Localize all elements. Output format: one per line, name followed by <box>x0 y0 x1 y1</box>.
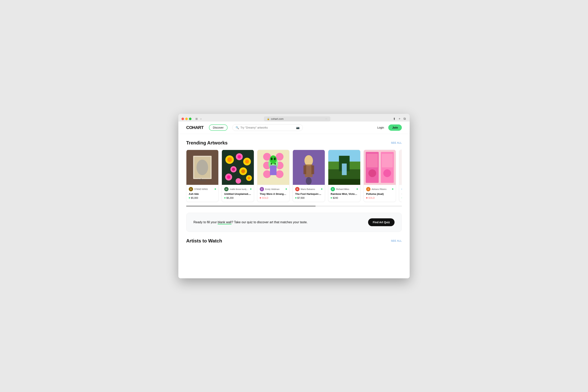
quiz-text: Ready to fill your blank wall? Take our … <box>194 220 308 224</box>
find-art-quiz-button[interactable]: Find Art Quiz <box>368 218 394 226</box>
artist-row: S STAND WING <box>189 187 216 191</box>
artist-name: Emily Veldman <box>265 188 284 190</box>
svg-rect-42 <box>312 166 314 174</box>
price-text: SOLD <box>368 196 375 199</box>
browser-top-bar: ⊞ ‹ 🔒 cohart.com ··· ⬆ + ⧉ <box>182 116 406 122</box>
login-button[interactable]: Login <box>375 125 386 130</box>
artwork-price: $7,500 <box>295 196 322 199</box>
artwork-card[interactable]: R Richard Miles Rainbow Mist, Victori...… <box>328 150 360 202</box>
artist-avatar: S <box>189 187 193 191</box>
lock-icon: 🔒 <box>267 118 270 120</box>
browser-window: ⊞ ‹ 🔒 cohart.com ··· ⬆ + ⧉ COHART Discov… <box>178 114 410 278</box>
svg-point-31 <box>270 155 277 164</box>
artist-avatar: A <box>366 187 370 191</box>
artwork-image <box>328 150 360 185</box>
address-bar-container: 🔒 cohart.com ··· <box>204 116 390 121</box>
artist-row: R Richard Miles <box>331 187 358 191</box>
svg-point-33 <box>274 158 276 160</box>
artwork-image <box>186 150 218 185</box>
search-bar[interactable]: 🔍 📷 <box>232 124 303 131</box>
svg-point-22 <box>236 178 241 184</box>
discover-button[interactable]: Discover <box>209 124 227 131</box>
share-button[interactable]: ⬆ <box>392 116 396 122</box>
svg-rect-53 <box>367 154 378 167</box>
artwork-card[interactable]: m maliki ibnoe kuntjor... Beautiful to l… <box>399 150 402 202</box>
back-button[interactable]: ‹ <box>200 117 202 121</box>
artist-row: E Emily Veldman <box>260 187 287 191</box>
artwork-price: $5,000 <box>189 196 216 199</box>
fullscreen-button[interactable] <box>189 118 192 120</box>
cohart-logo: COHART <box>186 125 204 130</box>
join-button[interactable]: Join <box>388 124 402 131</box>
address-bar[interactable]: 🔒 cohart.com ··· <box>264 116 330 121</box>
artist-row: M Mario Balsamo <box>295 187 322 191</box>
close-button[interactable] <box>182 118 184 120</box>
main-content: Trending Artworks SEE ALL S <box>178 134 410 254</box>
price-dot <box>402 197 402 198</box>
artwork-info: E Emily Veldman They Were A Strange... S… <box>257 185 289 202</box>
artwork-title: Polluma (dual) <box>366 192 393 196</box>
svg-point-55 <box>368 169 376 177</box>
artwork-card[interactable]: E Emily Veldman They Were A Strange... S… <box>257 150 290 202</box>
svg-point-15 <box>232 168 235 171</box>
artwork-image <box>222 150 254 185</box>
svg-point-9 <box>227 157 232 162</box>
verified-dot <box>286 188 287 190</box>
quiz-banner: Ready to fill your blank wall? Take our … <box>186 213 402 232</box>
url-text: cohart.com <box>271 118 284 120</box>
artwork-image <box>364 150 396 185</box>
artwork-card[interactable]: m maliki ibnoe kuntjor... Untitled Unxpl… <box>222 150 254 202</box>
verified-dot <box>392 188 393 190</box>
trending-see-all[interactable]: SEE ALL <box>391 141 402 144</box>
artwork-title: Untitled Unxplained.... <box>224 192 252 196</box>
svg-rect-57 <box>399 150 402 185</box>
price-dot <box>189 197 190 198</box>
page-content: COHART Discover 🔍 📷 Login Join Trending … <box>178 122 410 278</box>
artwork-card[interactable]: M Mario Balsamo The Fool Harlequin-... $… <box>293 150 325 202</box>
artworks-grid[interactable]: S STAND WING Ash tide $5,000 <box>186 150 402 204</box>
quiz-underline-text: blank wall <box>218 220 232 224</box>
camera-icon[interactable]: 📷 <box>296 126 300 129</box>
artwork-info: S STAND WING Ash tide $5,000 <box>186 185 218 202</box>
artworks-scroll: S STAND WING Ash tide $5,000 <box>186 150 402 206</box>
artwork-title: They Were A Strange... <box>260 192 287 196</box>
svg-point-28 <box>263 170 271 178</box>
traffic-lights <box>182 118 192 120</box>
search-input[interactable] <box>240 126 294 129</box>
price-text: SOLD <box>262 196 268 199</box>
artist-row: m maliki ibnoe kuntjor... <box>224 187 252 191</box>
more-options-icon[interactable]: ··· <box>325 118 327 120</box>
price-text: $6,200 <box>226 196 234 199</box>
artwork-image <box>293 150 325 185</box>
svg-point-43 <box>306 177 312 185</box>
artist-row: m maliki ibnoe kuntjor... <box>402 187 402 191</box>
artwork-card[interactable]: S STAND WING Ash tide $5,000 <box>186 150 218 202</box>
sidebar-toggle[interactable]: ⊞ <box>195 117 198 121</box>
verified-dot <box>356 188 358 190</box>
artists-see-all[interactable]: SEE ALL <box>391 239 402 242</box>
artwork-card[interactable]: A Adriano Ribeiro Polluma (dual) SOLD <box>364 150 396 202</box>
navbar: COHART Discover 🔍 📷 Login Join <box>178 122 410 134</box>
svg-point-17 <box>241 169 245 173</box>
artist-avatar: m <box>224 187 228 191</box>
artwork-title: Ash tide <box>189 192 216 196</box>
artwork-info: A Adriano Ribeiro Polluma (dual) SOLD <box>364 185 396 202</box>
browser-controls: ⊞ ‹ <box>195 117 202 121</box>
new-tab-button[interactable]: + <box>398 116 401 121</box>
sold-dot <box>366 197 368 198</box>
tab-overview-button[interactable]: ⧉ <box>403 116 406 121</box>
artists-section: Artists to Watch SEE ALL <box>186 238 402 244</box>
artist-avatar: R <box>331 187 335 191</box>
search-icon: 🔍 <box>236 126 239 129</box>
sold-dot <box>260 197 261 198</box>
artwork-image <box>399 150 402 185</box>
price-dot <box>295 197 296 198</box>
artists-section-header: Artists to Watch SEE ALL <box>186 238 402 244</box>
minimize-button[interactable] <box>185 118 188 120</box>
price-text: $5,000 <box>191 196 198 199</box>
svg-point-11 <box>238 155 241 158</box>
artist-name: Mario Balsamo <box>301 188 320 190</box>
artist-row: A Adriano Ribeiro <box>366 187 393 191</box>
artwork-price: SOLD <box>260 196 287 199</box>
artwork-price: SOLD <box>366 196 393 199</box>
